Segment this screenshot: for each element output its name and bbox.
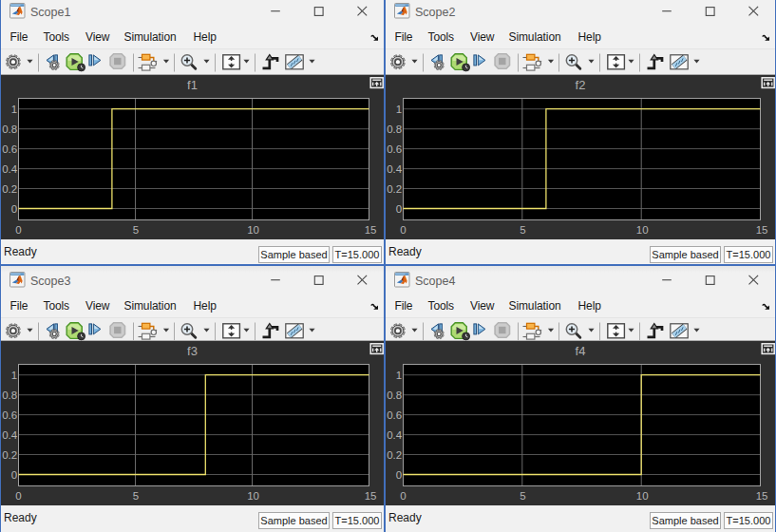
svg-text:0.2: 0.2 — [2, 449, 17, 461]
svg-text:0.4: 0.4 — [2, 429, 18, 441]
svg-text:0: 0 — [396, 469, 402, 481]
svg-text:10: 10 — [247, 490, 259, 502]
svg-text:0: 0 — [11, 469, 17, 481]
svg-text:0.8: 0.8 — [2, 124, 17, 135]
svg-text:0.2: 0.2 — [387, 449, 402, 461]
svg-text:0.8: 0.8 — [2, 390, 17, 401]
svg-text:0: 0 — [11, 203, 17, 215]
svg-text:10: 10 — [636, 224, 649, 236]
svg-text:0.6: 0.6 — [387, 143, 402, 155]
svg-text:0.4: 0.4 — [387, 429, 403, 441]
svg-text:10: 10 — [636, 490, 649, 502]
svg-text:5: 5 — [133, 224, 139, 236]
svg-text:1: 1 — [11, 104, 17, 115]
svg-text:0: 0 — [400, 224, 406, 236]
svg-text:0: 0 — [15, 224, 21, 236]
svg-text:15: 15 — [756, 490, 768, 502]
svg-text:0: 0 — [15, 490, 21, 502]
svg-text:10: 10 — [247, 224, 259, 236]
svg-text:0.4: 0.4 — [2, 163, 18, 175]
svg-text:5: 5 — [520, 224, 525, 236]
svg-text:0.6: 0.6 — [2, 409, 17, 421]
svg-text:5: 5 — [133, 490, 139, 502]
svg-text:15: 15 — [365, 224, 377, 236]
svg-text:0.2: 0.2 — [2, 183, 17, 195]
svg-text:0.4: 0.4 — [387, 163, 403, 175]
svg-text:1: 1 — [396, 104, 402, 115]
svg-text:1: 1 — [11, 370, 17, 381]
svg-text:0.6: 0.6 — [387, 409, 402, 421]
svg-text:15: 15 — [756, 224, 768, 236]
svg-text:15: 15 — [365, 490, 377, 502]
svg-text:0.6: 0.6 — [2, 143, 17, 155]
svg-text:0: 0 — [396, 203, 402, 215]
svg-text:0: 0 — [400, 490, 406, 502]
svg-text:1: 1 — [396, 370, 402, 381]
svg-text:0.8: 0.8 — [387, 390, 402, 401]
svg-text:0.2: 0.2 — [387, 183, 402, 195]
svg-text:5: 5 — [520, 490, 525, 502]
svg-text:0.8: 0.8 — [387, 124, 402, 135]
